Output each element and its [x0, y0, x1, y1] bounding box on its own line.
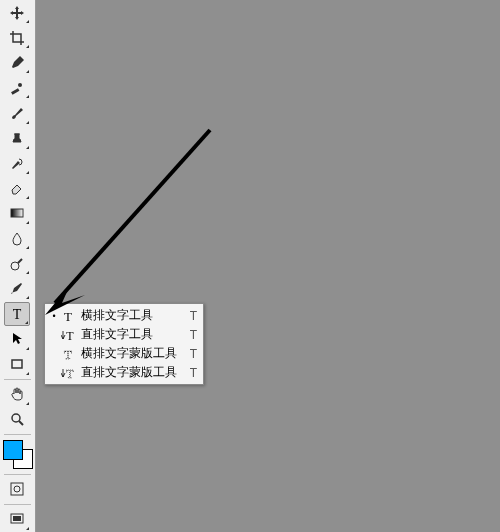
type-tool[interactable]: T [4, 302, 30, 325]
clone-stamp-tool[interactable] [4, 127, 30, 150]
eraser-tool[interactable] [4, 177, 30, 200]
dodge-tool[interactable] [4, 252, 30, 275]
history-brush-tool[interactable] [4, 152, 30, 175]
flyout-item-label: 直排文字蒙版工具 [77, 364, 185, 381]
tools-panel: T [0, 0, 36, 532]
move-tool[interactable] [4, 1, 30, 24]
svg-text:T: T [64, 309, 72, 323]
blur-tool[interactable] [4, 227, 30, 250]
rectangle-tool[interactable] [4, 353, 30, 376]
healing-brush-tool[interactable] [4, 76, 30, 99]
flyout-item-horizontal-type-mask[interactable]: T 横排文字蒙版工具 T [45, 344, 203, 363]
flyout-item-horizontal-type[interactable]: • T 横排文字工具 T [45, 306, 203, 325]
quick-mask-toggle[interactable] [4, 478, 30, 501]
svg-rect-0 [11, 88, 19, 95]
separator [4, 379, 31, 380]
svg-text:T: T [66, 367, 74, 380]
svg-text:T: T [13, 307, 22, 322]
flyout-item-shortcut: T [185, 366, 199, 380]
flyout-item-shortcut: T [185, 328, 199, 342]
horizontal-type-icon: T [59, 309, 77, 323]
svg-point-8 [14, 486, 20, 492]
foreground-color-swatch[interactable] [3, 440, 23, 460]
horizontal-type-mask-icon: T [59, 347, 77, 361]
path-selection-tool[interactable] [4, 328, 30, 351]
vertical-type-mask-icon: T [59, 366, 77, 380]
svg-text:T: T [64, 347, 72, 361]
separator [4, 434, 31, 435]
flyout-item-shortcut: T [185, 309, 199, 323]
annotation-arrow [40, 125, 220, 325]
flyout-item-shortcut: T [185, 347, 199, 361]
eyedropper-tool[interactable] [4, 51, 30, 74]
vertical-type-icon: T [59, 328, 77, 342]
flyout-item-vertical-type-mask[interactable]: T 直排文字蒙版工具 T [45, 363, 203, 382]
selected-dot: • [49, 311, 59, 321]
flyout-item-label: 横排文字工具 [77, 307, 185, 324]
crop-tool[interactable] [4, 26, 30, 49]
flyout-item-label: 横排文字蒙版工具 [77, 345, 185, 362]
svg-text:T: T [66, 329, 74, 342]
svg-point-1 [18, 83, 22, 87]
pen-tool[interactable] [4, 277, 30, 300]
gradient-tool[interactable] [4, 202, 30, 225]
svg-rect-10 [13, 516, 21, 521]
separator [4, 474, 31, 475]
svg-point-6 [12, 414, 20, 422]
hand-tool[interactable] [4, 383, 30, 406]
brush-tool[interactable] [4, 101, 30, 124]
separator [4, 504, 31, 505]
screen-mode-toggle[interactable] [4, 508, 30, 531]
flyout-item-vertical-type[interactable]: T 直排文字工具 T [45, 325, 203, 344]
svg-point-3 [11, 262, 19, 270]
color-swatches[interactable] [3, 440, 33, 469]
svg-rect-5 [12, 360, 22, 368]
svg-rect-7 [11, 483, 23, 495]
svg-rect-2 [11, 209, 23, 217]
type-tool-flyout: • T 横排文字工具 T T 直排文字工具 T T 横排文字蒙版工具 T T 直… [44, 303, 204, 385]
flyout-item-label: 直排文字工具 [77, 326, 185, 343]
zoom-tool[interactable] [4, 408, 30, 431]
